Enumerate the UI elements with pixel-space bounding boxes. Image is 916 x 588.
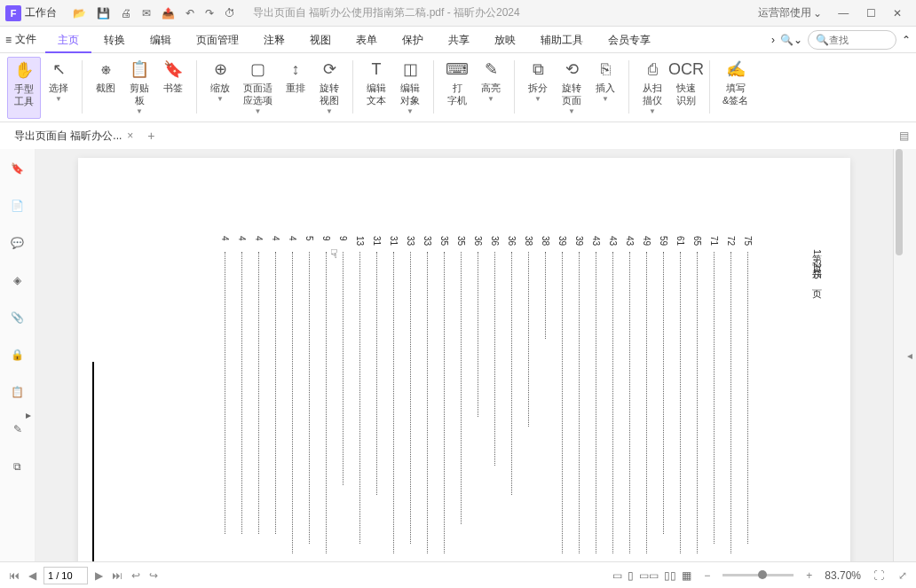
ribbon-clipboard-button[interactable]: 📋剪贴板▼ xyxy=(123,57,155,119)
attachments-panel-icon[interactable]: 📎 xyxy=(7,307,28,328)
history-icon[interactable]: ⏱ xyxy=(225,7,235,20)
open-icon[interactable]: 📂 xyxy=(73,7,86,20)
print-icon[interactable]: 🖨 xyxy=(121,7,131,20)
panel-toggle-icon[interactable]: ▤ xyxy=(899,129,909,142)
ribbon-bookmark-button[interactable]: 🔖书签 xyxy=(157,57,189,119)
ribbon-insert-button[interactable]: ⎘插入▼ xyxy=(589,57,621,119)
layers-panel-icon[interactable]: ◈ xyxy=(7,270,28,291)
ribbon-label: 编辑对象 xyxy=(400,82,420,106)
ribbon-fit-button[interactable]: ▢页面适应选项▼ xyxy=(238,57,278,119)
export-icon[interactable]: 📤 xyxy=(162,7,175,20)
thumbnail-view-icon[interactable]: ▦ xyxy=(682,569,691,582)
vertical-scrollbar[interactable] xyxy=(893,149,904,561)
rotate-icon: ⟳ xyxy=(319,59,340,80)
ribbon-text-button[interactable]: T编辑文本 xyxy=(360,57,392,119)
menu-tab-2[interactable]: 编辑 xyxy=(138,27,184,53)
comments-panel-icon[interactable]: 💬 xyxy=(7,232,28,254)
minimize-button[interactable]: — xyxy=(831,7,856,20)
bookmark-panel-icon[interactable]: 🔖 xyxy=(7,158,28,179)
ribbon-crop-button[interactable]: ⎈截图 xyxy=(90,57,122,119)
scroll-thumb[interactable] xyxy=(896,149,903,255)
email-icon[interactable]: ✉ xyxy=(142,7,151,20)
back-button[interactable]: ↩ xyxy=(130,569,142,582)
menu-tab-3[interactable]: 页面管理 xyxy=(184,27,251,53)
toc-leader-dots xyxy=(393,252,394,553)
add-tab-button[interactable]: + xyxy=(147,129,154,143)
redo-icon[interactable]: ↷ xyxy=(205,7,214,20)
hamburger-icon: ≡ xyxy=(5,34,12,46)
save-icon[interactable]: 💾 xyxy=(97,7,110,20)
ribbon-rotpage-button[interactable]: ⟲旋转页面▼ xyxy=(556,57,588,119)
continuous-facing-view-icon[interactable]: ▯▯ xyxy=(664,569,676,582)
chevron-down-icon: ▼ xyxy=(136,107,143,115)
menu-tab-1[interactable]: 转换 xyxy=(91,27,138,53)
menu-tab-9[interactable]: 放映 xyxy=(482,27,528,53)
right-panel-toggle[interactable]: ◂ xyxy=(904,149,916,561)
menu-tab-11[interactable]: 会员专享 xyxy=(596,27,663,53)
crop-icon: ⎈ xyxy=(95,59,116,80)
ribbon-rotate-button[interactable]: ⟳旋转视图▼ xyxy=(313,57,345,119)
search-input[interactable] xyxy=(829,35,882,45)
facing-view-icon[interactable]: ▭▭ xyxy=(639,569,659,582)
continuous-view-icon[interactable]: ▯ xyxy=(628,569,634,582)
menu-tab-8[interactable]: 共享 xyxy=(436,27,482,53)
toc-page-number: 75 xyxy=(743,236,753,246)
prev-page-button[interactable]: ◀ xyxy=(27,569,38,582)
security-panel-icon[interactable]: 🔒 xyxy=(7,344,28,365)
toc-leader-dots xyxy=(528,252,529,427)
menu-tab-6[interactable]: 表单 xyxy=(344,27,390,53)
page-number-input[interactable] xyxy=(43,567,88,584)
menu-tab-4[interactable]: 注释 xyxy=(251,27,297,53)
find-dropdown-icon[interactable]: 🔍⌄ xyxy=(780,34,802,46)
zoom-out-button[interactable]: − xyxy=(702,569,712,582)
document-tab[interactable]: 导出页面自 福昕办公... × xyxy=(7,125,140,147)
workdesk-label[interactable]: 工作台 xyxy=(25,5,57,20)
zoom-value[interactable]: 83.70% xyxy=(825,569,861,582)
user-dropdown[interactable]: 运营部使用 ⌄ xyxy=(758,5,822,20)
ribbon-type-button[interactable]: ⌨打字机 xyxy=(441,57,473,119)
ribbon-hand-button[interactable]: ✋手型工具 xyxy=(7,57,41,119)
maximize-button[interactable]: ☐ xyxy=(859,7,883,20)
undo-icon[interactable]: ↶ xyxy=(186,7,194,20)
toc-leader-dots xyxy=(612,252,613,553)
toc-page-number: 36 xyxy=(490,236,500,246)
fit-width-icon[interactable]: ⛶ xyxy=(872,569,886,582)
ribbon-label: 从扫描仪 xyxy=(643,82,662,106)
ribbon-split-button[interactable]: ⧉拆分▼ xyxy=(522,57,554,119)
search-box[interactable]: 🔍 xyxy=(808,30,896,50)
ribbon-cursor-button[interactable]: ↖选择▼ xyxy=(43,57,75,119)
text-icon: T xyxy=(366,59,387,80)
rotpage-icon: ⟲ xyxy=(561,59,582,80)
close-button[interactable]: ✕ xyxy=(886,7,909,20)
zoom-in-button[interactable]: + xyxy=(804,569,814,582)
first-page-button[interactable]: ⏮ xyxy=(7,569,21,582)
compare-panel-icon[interactable]: ⧉ xyxy=(7,456,28,477)
ribbon-zoom-button[interactable]: ⊕缩放▼ xyxy=(204,57,236,119)
ribbon-object-button[interactable]: ◫编辑对象▼ xyxy=(394,57,426,119)
ribbon-reflow-button[interactable]: ↕重排 xyxy=(280,57,312,119)
menu-tab-10[interactable]: 辅助工具 xyxy=(528,27,596,53)
menu-tab-5[interactable]: 视图 xyxy=(297,27,344,53)
menu-more-icon[interactable]: › xyxy=(771,34,775,46)
file-menu[interactable]: ≡ 文件 xyxy=(5,32,36,47)
forward-button[interactable]: ↪ xyxy=(147,569,160,582)
fullscreen-icon[interactable]: ⤢ xyxy=(896,569,909,582)
close-tab-icon[interactable]: × xyxy=(127,129,133,142)
ribbon-scan-button[interactable]: ⎙从扫描仪▼ xyxy=(636,57,668,119)
menu-collapse-icon[interactable]: ⌃ xyxy=(902,34,911,46)
zoom-slider[interactable] xyxy=(723,574,794,576)
form-panel-icon[interactable]: 📋 xyxy=(7,381,28,403)
toc-page-number: 5 xyxy=(304,236,314,241)
single-page-view-icon[interactable]: ▭ xyxy=(612,569,622,582)
zoom-slider-thumb[interactable] xyxy=(758,570,767,579)
menu-tab-7[interactable]: 保护 xyxy=(390,27,436,53)
ribbon-ocr-button[interactable]: OCR快速识别 xyxy=(670,57,702,119)
next-page-button[interactable]: ▶ xyxy=(93,569,105,582)
toc-leader-dots xyxy=(697,252,698,553)
menu-tab-0[interactable]: 主页 xyxy=(45,27,91,53)
pages-panel-icon[interactable]: 📄 xyxy=(7,195,28,216)
last-page-button[interactable]: ⏭ xyxy=(110,569,124,582)
ribbon-highlight-button[interactable]: ✎高亮▼ xyxy=(475,57,507,119)
ribbon-sign-button[interactable]: ✍填写&签名 xyxy=(717,57,754,119)
page-viewport[interactable]: 福昕办公套件使用指南 福昕办公2024使用指南 第 1 页 共 215 页 4D… xyxy=(36,149,893,561)
